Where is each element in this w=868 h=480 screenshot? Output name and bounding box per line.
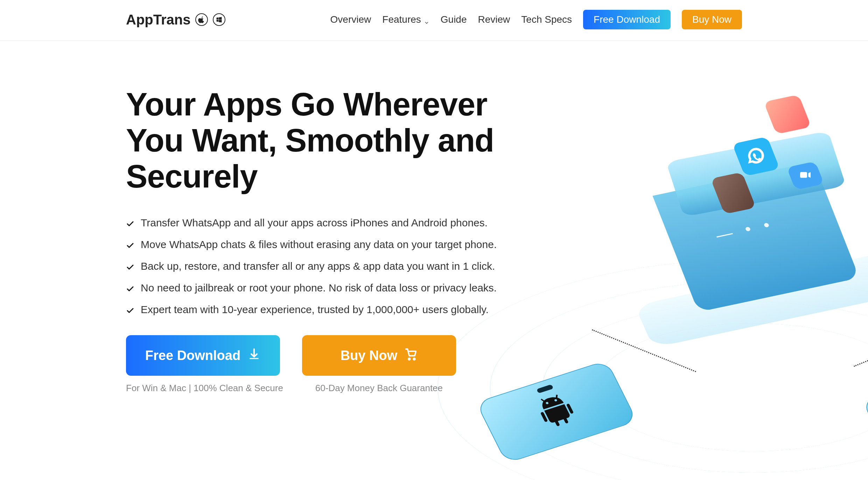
hero-section: Your Apps Go Wherever You Want, Smoothly…: [0, 41, 868, 394]
svg-rect-0: [250, 358, 259, 359]
check-icon: [126, 305, 134, 314]
check-icon: [126, 219, 134, 227]
feature-item: No need to jailbreak or root your phone.…: [126, 282, 497, 294]
header-download-button[interactable]: Free Download: [583, 10, 671, 29]
svg-rect-3: [800, 172, 807, 178]
feature-item: Expert team with 10-year experience, tru…: [126, 304, 497, 316]
windows-icon[interactable]: [213, 13, 225, 26]
brand-name: AppTrans: [126, 12, 190, 28]
feature-item: Move WhatsApp chats & files without eras…: [126, 239, 497, 250]
svg-point-1: [408, 358, 410, 360]
cta-download-sub: For Win & Mac | 100% Clean & Secure: [126, 383, 283, 394]
feature-item: Transfer WhatsApp and all your apps acro…: [126, 217, 497, 229]
cta-buy-button[interactable]: Buy Now: [302, 335, 456, 376]
feature-text: Move WhatsApp chats & files without eras…: [141, 239, 497, 250]
apple-icon[interactable]: [195, 13, 208, 26]
hero-content: Your Apps Go Wherever You Want, Smoothly…: [126, 86, 497, 394]
feature-text: No need to jailbreak or root your phone.…: [141, 282, 497, 294]
feature-item: Back up, restore, and transfer all or an…: [126, 260, 497, 272]
cta-buy-label: Buy Now: [341, 348, 398, 363]
svg-point-2: [413, 358, 415, 360]
android-icon: [531, 389, 581, 432]
brand: AppTrans: [126, 12, 225, 28]
header-buy-button[interactable]: Buy Now: [682, 10, 742, 29]
nav-review[interactable]: Review: [478, 14, 510, 25]
cta-buy-col: Buy Now 60-Day Money Back Guarantee: [302, 335, 456, 394]
check-icon: [126, 240, 134, 249]
nav-techspecs[interactable]: Tech Specs: [521, 14, 572, 25]
feature-list: Transfer WhatsApp and all your apps acro…: [126, 217, 497, 316]
main-nav: Overview Features Guide Review Tech Spec…: [330, 10, 742, 29]
cube: — • •: [665, 125, 847, 307]
cta-download-button[interactable]: Free Download: [126, 335, 280, 376]
cta-download-col: Free Download For Win & Mac | 100% Clean…: [126, 335, 283, 394]
hero-illustration: — • •: [518, 83, 868, 468]
nav-guide[interactable]: Guide: [441, 14, 467, 25]
site-header: AppTrans Overview Features Guide Review …: [0, 0, 868, 41]
cart-icon: [404, 347, 418, 364]
nav-overview[interactable]: Overview: [330, 14, 371, 25]
nav-features-label: Features: [382, 14, 421, 25]
check-icon: [126, 262, 134, 270]
download-icon: [247, 347, 261, 364]
cta-row: Free Download For Win & Mac | 100% Clean…: [126, 335, 497, 394]
nav-features[interactable]: Features: [382, 14, 429, 25]
svg-marker-4: [808, 172, 811, 178]
app-tile-photo-icon: [764, 94, 811, 134]
chevron-down-icon: [424, 17, 429, 22]
cta-download-label: Free Download: [145, 348, 240, 363]
feature-text: Back up, restore, and transfer all or an…: [141, 260, 495, 272]
hero-title: Your Apps Go Wherever You Want, Smoothly…: [126, 86, 497, 195]
feature-text: Transfer WhatsApp and all your apps acro…: [141, 217, 488, 229]
feature-text: Expert team with 10-year experience, tru…: [141, 304, 489, 316]
cta-buy-sub: 60-Day Money Back Guarantee: [302, 383, 456, 394]
check-icon: [126, 284, 134, 292]
